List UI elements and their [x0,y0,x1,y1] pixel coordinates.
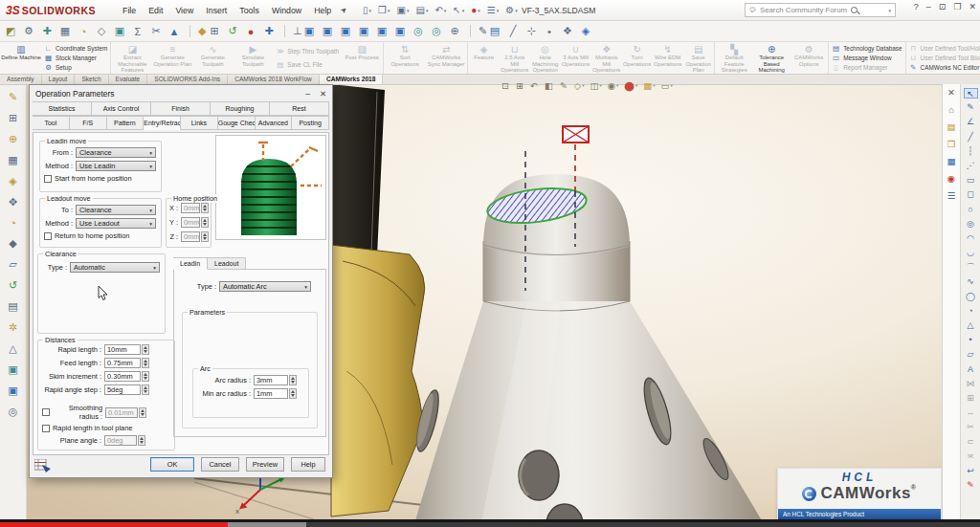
search-icon[interactable] [851,7,858,13]
cw-toolbar-icon-27[interactable]: ▤ [488,25,501,37]
partial-ellipse-icon[interactable]: ◔ [964,306,978,317]
distance-field[interactable]: 10mm [104,344,141,355]
setup-button[interactable]: ⚙Setup [44,63,107,72]
cw-toolbar-icon-22[interactable]: ▣ [393,25,407,37]
ellipse-icon[interactable]: ◯ [964,292,978,302]
save-cl-file-button[interactable]: ▤Save CL File [276,60,339,69]
cw-toolbar-icon-11[interactable]: ◆ [189,25,203,37]
cw-toolbar-icon-31[interactable]: ❖ [561,25,574,37]
linear-pattern-icon[interactable]: ⊞ [964,393,978,404]
turn-operations-button[interactable]: ↻Turn Operations [622,43,652,73]
print-icon[interactable]: ▤▾ [415,5,428,15]
new-motion-study-icon[interactable]: ↺ [9,279,17,292]
insert[interactable]: Insert [206,6,227,15]
exit-sketch-icon[interactable]: ↩ [964,466,978,476]
leadin-method-select[interactable]: Use Leadin [76,161,156,171]
zoom-to-area-icon[interactable]: ⊞ [516,80,524,91]
cw-toolbar-icon-13[interactable]: ↺ [226,25,239,37]
camworks-2018-workflow[interactable]: CAMWorks 2018 WorkFlow [228,75,320,84]
clearance-type-select[interactable]: Automatic [70,262,160,273]
previous-view-icon[interactable]: ↶ [530,80,539,91]
cw-toolbar-icon-30[interactable]: • [543,26,556,37]
simulate-toolpath-button[interactable]: ▶Simulate Toolpath [233,43,273,73]
exploded-view-icon[interactable]: ✲ [9,321,17,334]
solidworks-add-ins[interactable]: SOLIDWORKS Add-Ins [147,75,228,84]
home-position-field[interactable]: 0mm [181,231,200,242]
corner-rectangle-icon[interactable]: ▭ [964,175,978,186]
sketch-settings-icon[interactable]: ✎ [964,480,978,491]
cw-toolbar-icon-28[interactable]: ╱ [506,25,520,37]
plane-angle-field[interactable]: 0deg [104,435,137,446]
offset-entities-icon[interactable]: ≍ [964,451,978,462]
spinner[interactable] [138,435,145,446]
spinner[interactable] [201,203,209,213]
spline-icon[interactable]: ∿ [964,276,978,287]
zoom-to-fit-icon[interactable]: ⊡ [501,80,510,91]
cw-toolbar-icon-14[interactable]: ● [244,26,257,37]
edit-component-icon[interactable]: ✎ [9,91,17,103]
collapse-button[interactable]: ⊡ [939,2,947,11]
default-feature-strategies-button[interactable]: ▚Default Feature Strategies [716,43,752,73]
file-explorer-icon[interactable]: ❒ [947,139,956,149]
camworks-2018[interactable]: CAMWorks 2018 [320,75,384,84]
smoothing-radius-field[interactable]: 0.01mm [105,407,138,418]
mill-3axis-operations-button[interactable]: ∪3 Axis Mill Operations [561,43,590,73]
file-properties-icon[interactable]: ☰▾ [487,5,499,15]
cancel[interactable]: Cancel [201,457,239,472]
smart-dimension-icon[interactable]: ∠ [964,117,978,127]
statistics[interactable]: Statistics [33,101,92,116]
insert-components-icon[interactable]: ⊞ [9,112,17,124]
save-operation-plan-button[interactable]: ▤Save Operation Plan [683,43,713,73]
start-from-home-checkbox[interactable] [44,175,52,183]
view-settings-icon[interactable]: ▭▾ [660,80,672,91]
cw-toolbar-icon-01[interactable]: ◩ [4,25,17,37]
trim-entities-icon[interactable]: ✂ [964,422,978,432]
pin-menu-icon[interactable]: ➤ [339,5,349,15]
move-component-icon[interactable]: ✥ [9,196,17,209]
mirror-entities-icon[interactable]: ⋈ [964,379,978,389]
ok[interactable]: OK [150,457,194,472]
home-position-field[interactable]: 0mm [181,203,200,213]
leadout-to-select[interactable]: Clearance [76,205,156,215]
spinner[interactable] [289,388,297,399]
cw-toolbar-icon-29[interactable]: ⊹ [524,25,538,37]
links[interactable]: Links [181,116,218,130]
leadin-from-select[interactable]: Clearance [76,147,156,158]
gouge-checking[interactable]: Gouge Checking [218,116,256,130]
cw-toolbar-icon-16[interactable]: ⊥ [284,25,298,37]
cw-toolbar-icon-15[interactable]: ✚ [262,25,276,37]
cw-toolbar-icon-20[interactable]: ▣ [357,25,370,37]
cw-toolbar-icon-24[interactable]: ◎ [430,25,443,37]
stock-manager-button[interactable]: ▦Stock Manager [44,54,107,62]
cw-toolbar-icon-19[interactable]: ▣ [339,25,352,37]
finish[interactable]: Finish [151,101,211,116]
tangent-arc-icon[interactable]: ◡ [964,248,978,258]
cw-toolbar-icon-10[interactable]: ▲ [167,26,181,37]
rebuild-icon[interactable]: ●▾ [471,5,480,15]
assembly[interactable]: Assembly [0,75,42,84]
instant3d-icon[interactable]: △ [9,342,16,355]
pattern[interactable]: Pattern [107,116,145,130]
cw-toolbar-icon-32[interactable]: ◈ [579,25,592,37]
mill-25axis-operations-button[interactable]: ⊔2.5 Axis Mill Operations [500,43,529,73]
leadout-method-select[interactable]: Use Leadout [76,218,156,229]
minimize-button[interactable]: – [926,2,931,11]
coordinate-system-button[interactable]: ∟Coordinate System [44,44,107,53]
annotation-view-icon[interactable]: ✎ [560,80,568,91]
cw-toolbar-icon-08[interactable]: Σ [131,26,145,37]
cw-toolbar-icon-18[interactable]: ▣ [321,25,334,37]
appearances-icon[interactable]: ◉ [947,173,955,184]
save-icon[interactable]: ▣▾ [396,5,409,15]
assembly-features-icon[interactable]: ◆ [9,237,16,250]
edit[interactable]: Edit [148,6,163,15]
min-arc-radius-field[interactable]: 1mm [254,388,288,399]
technology-database-button[interactable]: ▤Technology Database [832,44,902,53]
view-orientation-icon[interactable]: ◇▾ [574,80,585,91]
home-icon[interactable]: ⌂ [948,104,954,115]
rest[interactable]: Rest [270,101,329,116]
window[interactable]: Window [272,6,301,15]
cw-toolbar-icon-07[interactable]: ▣ [113,25,126,37]
generate-toolpath-button[interactable]: ∿Generate Toolpath [192,43,233,73]
options-gear-icon[interactable]: ⚙▾ [505,5,517,15]
spinner[interactable] [142,358,149,368]
